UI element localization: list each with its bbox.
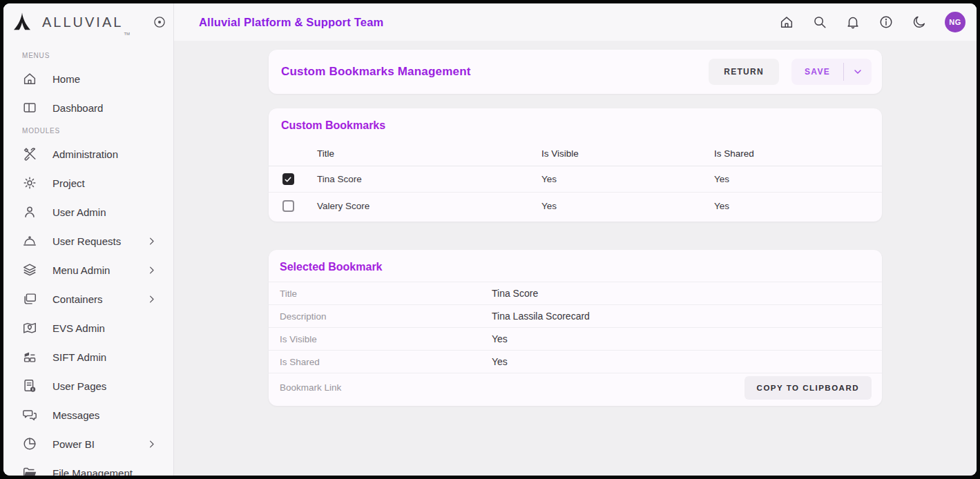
- custom-bookmarks-card: Custom Bookmarks Title Is Visible Is Sha…: [269, 108, 882, 222]
- field-row-title: Title Tina Score: [269, 282, 882, 304]
- sidebar-item-label: User Admin: [52, 206, 106, 218]
- field-row-description: Description Tina Lassila Scorecard: [269, 304, 882, 327]
- topbar-actions: NG: [779, 12, 965, 32]
- sidebar-toggle-icon[interactable]: [153, 15, 166, 29]
- sidebar-item-user-pages[interactable]: User Pages: [3, 371, 173, 400]
- page-header-card: Custom Bookmarks Management RETURN SAVE: [269, 50, 882, 94]
- user-icon: [22, 204, 37, 219]
- info-icon[interactable]: [878, 14, 894, 30]
- service-dome-icon: [22, 233, 37, 248]
- cell-title: Valery Score: [307, 201, 532, 211]
- table-row[interactable]: Tina Score Yes Yes: [269, 166, 882, 193]
- field-label: Description: [280, 311, 492, 322]
- pie-chart-icon: [22, 436, 37, 451]
- layers-icon: [22, 262, 37, 277]
- field-row-is-visible: Is Visible Yes: [269, 327, 882, 350]
- home-icon: [22, 71, 37, 86]
- frames-icon: [22, 291, 37, 306]
- user-avatar[interactable]: NG: [945, 12, 965, 32]
- sidebar-item-containers[interactable]: Containers: [3, 284, 173, 313]
- alluvial-logo-icon: [12, 12, 32, 32]
- chat-icon: [22, 407, 37, 422]
- inventory-icon: [22, 349, 37, 364]
- main-column: Alluvial Platform & Support Team NG Cust…: [174, 3, 977, 476]
- sidebar-item-label: User Requests: [52, 235, 121, 247]
- sidebar-item-label: Menu Admin: [52, 264, 110, 276]
- sidebar-item-file-management[interactable]: File Management: [3, 458, 173, 476]
- sidebar-item-label: SIFT Admin: [52, 351, 106, 363]
- sidebar-item-label: Containers: [52, 293, 103, 305]
- sidebar-item-label: User Pages: [52, 380, 106, 392]
- custom-bookmarks-title: Custom Bookmarks: [281, 119, 882, 132]
- brand-name: ALLUVIAL: [42, 14, 123, 30]
- return-button[interactable]: RETURN: [709, 59, 779, 85]
- selected-bookmark-card: Selected Bookmark Title Tina Score Descr…: [269, 250, 882, 406]
- field-value: Yes: [492, 333, 882, 344]
- row-checkbox[interactable]: [282, 173, 294, 185]
- field-label: Bookmark Link: [280, 382, 492, 393]
- dark-mode-moon-icon[interactable]: [912, 14, 927, 30]
- sidebar-item-label: Home: [52, 73, 80, 85]
- cell-is-visible: Yes: [532, 174, 704, 184]
- document-info-icon: [22, 378, 37, 393]
- sidebar-item-label: EVS Admin: [52, 322, 105, 334]
- header-is-visible: Is Visible: [532, 148, 704, 159]
- nav-section-label-menus: MENUS: [22, 52, 173, 59]
- team-title: Alluvial Platform & Support Team: [199, 16, 383, 29]
- row-checkbox[interactable]: [282, 200, 294, 212]
- header-buttons: RETURN SAVE: [709, 59, 872, 85]
- sidebar-item-project[interactable]: Project: [3, 168, 173, 197]
- gear-icon: [22, 175, 37, 190]
- sidebar-item-label: Messages: [52, 409, 99, 421]
- sidebar-item-dashboard[interactable]: Dashboard: [3, 93, 173, 122]
- cell-is-shared: Yes: [704, 174, 882, 184]
- field-row-bookmark-link: Bookmark Link COPY TO CLIPBOARD: [269, 373, 882, 402]
- field-label: Is Visible: [280, 334, 492, 344]
- topbar: Alluvial Platform & Support Team NG: [174, 3, 977, 41]
- header-is-shared: Is Shared: [704, 148, 882, 159]
- save-split-button: SAVE: [791, 59, 872, 85]
- field-row-is-shared: Is Shared Yes: [269, 350, 882, 373]
- field-value: Yes: [492, 356, 882, 367]
- sidebar-item-sift-admin[interactable]: SIFT Admin: [3, 342, 173, 371]
- brand-row: ALLUVIAL TM: [3, 3, 173, 41]
- map-pin-icon: [22, 320, 37, 335]
- nav-section-label-modules: MODULES: [22, 127, 173, 135]
- sidebar-item-messages[interactable]: Messages: [3, 400, 173, 429]
- header-title: Title: [307, 148, 532, 159]
- sidebar-item-home[interactable]: Home: [3, 64, 173, 93]
- sidebar-item-label: Dashboard: [52, 102, 103, 114]
- notifications-bell-icon[interactable]: [845, 14, 861, 30]
- field-value: Tina Lassila Scorecard: [492, 311, 882, 322]
- field-label: Title: [280, 289, 492, 299]
- table-row[interactable]: Valery Score Yes Yes: [269, 193, 882, 219]
- window-frame: ALLUVIAL TM MENUS Home Dashboard MODULES…: [0, 0, 980, 479]
- folder-icon: [22, 465, 37, 476]
- sidebar-item-label: Administration: [52, 148, 118, 160]
- cell-title: Tina Score: [307, 174, 532, 184]
- copy-to-clipboard-button[interactable]: COPY TO CLIPBOARD: [744, 376, 872, 400]
- home-icon[interactable]: [779, 14, 794, 30]
- sidebar-item-user-requests[interactable]: User Requests: [3, 226, 173, 255]
- sidebar-item-menu-admin[interactable]: Menu Admin: [3, 255, 173, 284]
- save-button[interactable]: SAVE: [791, 59, 843, 85]
- sidebar-item-power-bi[interactable]: Power BI: [3, 429, 173, 458]
- chevron-right-icon: [146, 265, 157, 275]
- search-icon[interactable]: [812, 14, 827, 30]
- app-window: ALLUVIAL TM MENUS Home Dashboard MODULES…: [3, 3, 977, 476]
- chevron-right-icon: [146, 294, 157, 304]
- save-options-button[interactable]: [844, 59, 872, 85]
- bookmarks-table-header: Title Is Visible Is Shared: [269, 141, 882, 166]
- dashboard-icon: [22, 100, 37, 115]
- chevron-down-icon: [852, 66, 863, 77]
- chevron-right-icon: [146, 236, 157, 246]
- sidebar-item-evs-admin[interactable]: EVS Admin: [3, 313, 173, 342]
- sidebar-item-label: Project: [52, 177, 85, 189]
- brand-trademark: TM: [124, 32, 130, 36]
- cell-is-shared: Yes: [704, 201, 882, 211]
- sidebar-nav: MENUS Home Dashboard MODULES Administrat…: [3, 41, 173, 476]
- sidebar-item-user-admin[interactable]: User Admin: [3, 197, 173, 226]
- selected-bookmark-title: Selected Bookmark: [280, 261, 882, 273]
- sidebar-item-administration[interactable]: Administration: [3, 139, 173, 168]
- cell-is-visible: Yes: [532, 201, 704, 211]
